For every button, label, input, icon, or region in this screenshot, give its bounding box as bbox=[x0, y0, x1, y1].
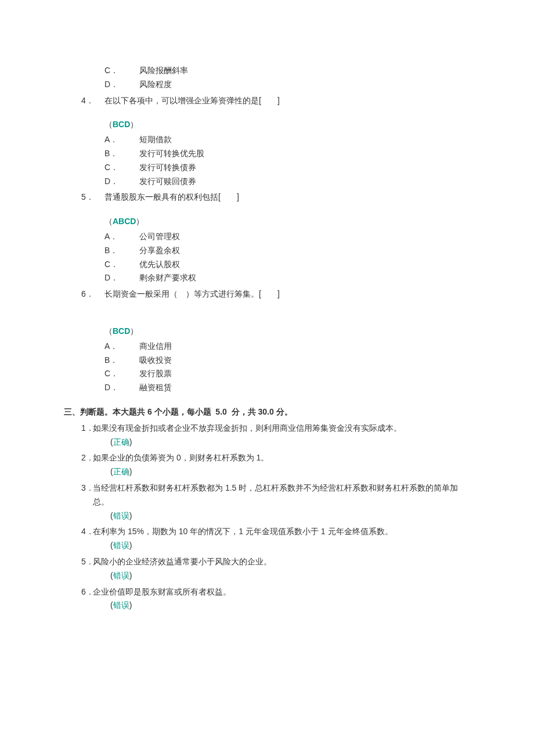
question-number: 6． bbox=[64, 287, 104, 301]
question-number: 4． bbox=[64, 525, 93, 539]
option-letter: B． bbox=[104, 147, 139, 161]
option-text: 短期借款 bbox=[139, 133, 470, 147]
option-letter: C． bbox=[104, 367, 139, 381]
option-row: D． 剩余财产要求权 bbox=[104, 271, 470, 285]
option-letter: C． bbox=[104, 64, 139, 78]
option-text: 风险程度 bbox=[139, 78, 470, 92]
option-text: 分享盈余权 bbox=[139, 244, 470, 258]
option-row: A． 公司管理权 bbox=[104, 230, 470, 244]
question-stem: 长期资金一般采用（ ）等方式进行筹集。[ ] bbox=[104, 287, 470, 301]
option-row: C． 风险报酬斜率 bbox=[104, 64, 470, 78]
option-row: C． 优先认股权 bbox=[104, 258, 470, 272]
judge-question-2: 2． 如果企业的负债筹资为 0，则财务杠杆系数为 1。 bbox=[64, 451, 470, 465]
option-row: A． 短期借款 bbox=[104, 133, 470, 147]
option-letter: A． bbox=[104, 230, 139, 244]
option-letter: D． bbox=[104, 175, 139, 189]
option-letter: C． bbox=[104, 161, 139, 175]
paren-close: ） bbox=[130, 120, 138, 129]
option-letter: A． bbox=[104, 133, 139, 147]
question-stem: 如果没有现金折扣或者企业不放弃现金折扣，则利用商业信用筹集资金没有实际成本。 bbox=[93, 422, 470, 435]
judge-answer: (正确) bbox=[110, 465, 470, 479]
paren-close: ) bbox=[129, 541, 132, 550]
question-number: 5． bbox=[64, 190, 104, 204]
option-letter: C． bbox=[104, 258, 139, 272]
question-stem: 在以下各项中，可以增强企业筹资弹性的是[ ] bbox=[104, 94, 470, 108]
paren-open: （ bbox=[104, 120, 113, 129]
paren-close: ) bbox=[129, 511, 132, 520]
question-number: 6． bbox=[64, 585, 93, 599]
question-6: 6． 长期资金一般采用（ ）等方式进行筹集。[ ] bbox=[64, 287, 470, 301]
judge-answer: (错误) bbox=[110, 539, 470, 553]
answer-value: 错误 bbox=[113, 571, 129, 580]
option-letter: D． bbox=[104, 381, 139, 395]
option-row: B． 发行可转换优先股 bbox=[104, 147, 470, 161]
answer-value: 正确 bbox=[113, 437, 129, 447]
question-number: 1． bbox=[64, 422, 93, 435]
paren-close: ) bbox=[129, 571, 132, 580]
question-stem: 当经营杠杆系数和财务杠杆系数都为 1.5 时，总杠杆系数并不为经营杠杆系数和财务… bbox=[93, 481, 470, 509]
question-stem: 在利率为 15%，期数为 10 年的情况下，1 元年金现值系数小于 1 元年金终… bbox=[93, 525, 470, 539]
option-letter: A． bbox=[104, 340, 139, 354]
paren-close: ) bbox=[129, 600, 132, 610]
option-row: C． 发行可转换债券 bbox=[104, 161, 470, 175]
question-answer: （BCD） bbox=[104, 325, 470, 339]
option-text: 商业信用 bbox=[139, 340, 470, 354]
option-text: 吸收投资 bbox=[139, 354, 470, 368]
option-text: 公司管理权 bbox=[139, 230, 470, 244]
question-number: 3． bbox=[64, 481, 93, 509]
question-stem: 企业价值即是股东财富或所有者权益。 bbox=[93, 585, 470, 599]
option-letter: D． bbox=[104, 78, 139, 92]
answer-value: ABCD bbox=[113, 217, 136, 226]
judge-answer: (错误) bbox=[110, 569, 470, 583]
answer-value: 正确 bbox=[113, 467, 129, 476]
option-text: 风险报酬斜率 bbox=[139, 64, 470, 78]
question-answer: （ABCD） bbox=[104, 215, 470, 229]
paren-close: ） bbox=[136, 217, 144, 226]
judge-question-3: 3． 当经营杠杆系数和财务杠杆系数都为 1.5 时，总杠杆系数并不为经营杠杆系数… bbox=[64, 481, 470, 509]
option-text: 优先认股权 bbox=[139, 258, 470, 272]
section-3-title: 三、判断题。本大题共 6 个小题，每小题 5.0 分，共 30.0 分。 bbox=[64, 405, 470, 419]
option-text: 剩余财产要求权 bbox=[139, 271, 470, 285]
option-row: B． 分享盈余权 bbox=[104, 244, 470, 258]
judge-question-4: 4． 在利率为 15%，期数为 10 年的情况下，1 元年金现值系数小于 1 元… bbox=[64, 525, 470, 539]
option-text: 发行可转换债券 bbox=[139, 161, 470, 175]
paren-open: （ bbox=[104, 217, 113, 226]
option-row: B． 吸收投资 bbox=[104, 354, 470, 368]
answer-value: 错误 bbox=[113, 600, 129, 610]
answer-value: BCD bbox=[113, 326, 130, 336]
question-stem: 如果企业的负债筹资为 0，则财务杠杆系数为 1。 bbox=[93, 451, 470, 465]
judge-question-6: 6． 企业价值即是股东财富或所有者权益。 bbox=[64, 585, 470, 599]
question-4: 4． 在以下各项中，可以增强企业筹资弹性的是[ ] bbox=[64, 94, 470, 108]
question-5: 5． 普通股股东一般具有的权利包括[ ] bbox=[64, 190, 470, 204]
option-text: 发行股票 bbox=[139, 367, 470, 381]
option-letter: B． bbox=[104, 244, 139, 258]
answer-value: 错误 bbox=[113, 511, 129, 520]
answer-value: 错误 bbox=[113, 541, 129, 550]
judge-answer: (错误) bbox=[110, 599, 470, 613]
question-stem: 风险小的企业经济效益通常要小于风险大的企业。 bbox=[93, 555, 470, 569]
paren-close: ） bbox=[130, 326, 138, 336]
option-text: 发行可转换优先股 bbox=[139, 147, 470, 161]
option-row: C． 发行股票 bbox=[104, 367, 470, 381]
answer-value: BCD bbox=[113, 120, 130, 129]
option-row: A． 商业信用 bbox=[104, 340, 470, 354]
option-text: 融资租赁 bbox=[139, 381, 470, 395]
question-number: 5． bbox=[64, 555, 93, 569]
question-number: 2． bbox=[64, 451, 93, 465]
question-answer: （BCD） bbox=[104, 118, 470, 132]
judge-question-1: 1． 如果没有现金折扣或者企业不放弃现金折扣，则利用商业信用筹集资金没有实际成本… bbox=[64, 422, 470, 435]
paren-close: ) bbox=[129, 467, 132, 476]
question-number: 4． bbox=[64, 94, 104, 108]
question-stem: 普通股股东一般具有的权利包括[ ] bbox=[104, 190, 470, 204]
option-letter: D． bbox=[104, 271, 139, 285]
judge-answer: (错误) bbox=[110, 509, 470, 523]
option-letter: B． bbox=[104, 354, 139, 368]
judge-question-5: 5． 风险小的企业经济效益通常要小于风险大的企业。 bbox=[64, 555, 470, 569]
option-row: D． 风险程度 bbox=[104, 78, 470, 92]
paren-close: ) bbox=[129, 437, 132, 447]
paren-open: （ bbox=[104, 326, 113, 336]
option-text: 发行可赎回债券 bbox=[139, 175, 470, 189]
option-row: D． 融资租赁 bbox=[104, 381, 470, 395]
option-row: D． 发行可赎回债券 bbox=[104, 175, 470, 189]
judge-answer: (正确) bbox=[110, 435, 470, 449]
